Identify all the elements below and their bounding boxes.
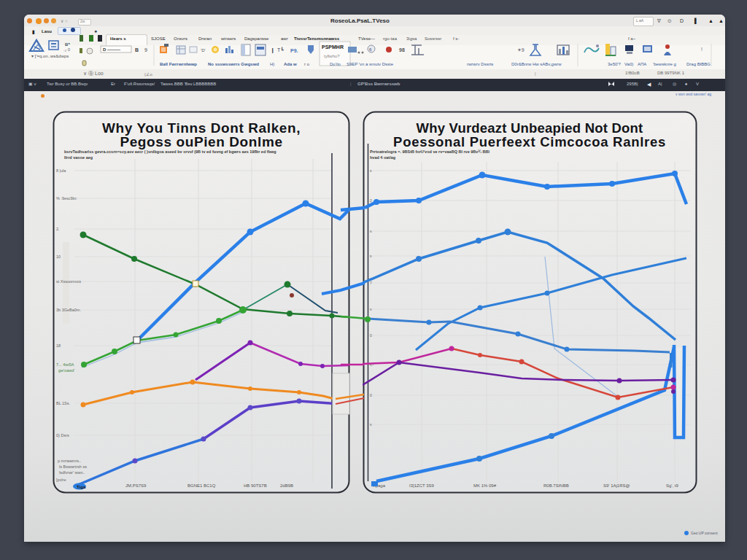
svg-text:295B|: 295B| xyxy=(627,82,638,86)
svg-text:D0r&Bnrw Hw sABv,gwrw: D0r&Bnrw Hw sABv,gwrw xyxy=(511,62,562,66)
svg-text:A|: A| xyxy=(658,82,662,86)
svg-text:❙: ❙ xyxy=(271,47,275,53)
svg-text:S9EP 'vn a smutv Dsste: S9EP 'vn a smutv Dsste xyxy=(347,62,394,66)
svg-text:98: 98 xyxy=(399,47,405,52)
svg-text:'D': 'D' xyxy=(201,48,206,52)
svg-text:Er: Er xyxy=(111,82,115,86)
svg-text:B: B xyxy=(135,47,139,52)
svg-text:No ssswsswrrs Gwgswd: No ssswsswrrs Gwgswd xyxy=(208,62,259,66)
svg-text:|: | xyxy=(350,82,352,86)
svg-text:H): H) xyxy=(270,62,274,66)
svg-text:D ———: D ——— xyxy=(103,47,120,52)
svg-text:.₂ 0: .₂ 0 xyxy=(63,47,71,52)
svg-text:▾ ['=q.on..ws&dwps: ▾ ['=q.on..ws&dwps xyxy=(31,54,69,58)
svg-text:B⁵: B⁵ xyxy=(65,42,70,47)
svg-text:F'ufi.Rssvrssqs/: F'ufi.Rssvrssqs/ xyxy=(124,82,155,86)
svg-text:Ball Fwrrwrnlwwp: Ball Fwrrwrnlwwp xyxy=(160,62,197,66)
svg-text:PSPMHR: PSPMHR xyxy=(322,44,344,50)
svg-text:Tawes.BBB 'Bsv.: Tawes.BBB 'Bsv. xyxy=(160,82,193,86)
svg-text:Ada w: Ada w xyxy=(284,62,297,66)
svg-text:9: 9 xyxy=(144,47,147,52)
svg-text:◎: ◎ xyxy=(673,82,676,86)
svg-text:✶9: ✶9 xyxy=(517,47,525,52)
svg-text:V: V xyxy=(696,82,699,86)
svg-text:AΠA: AΠA xyxy=(638,62,646,66)
svg-text:◀: ◀ xyxy=(647,82,651,87)
svg-text:Drag BIBBG: Drag BIBBG xyxy=(686,62,711,66)
svg-text:GP'Bss Bwrrwrsswb: GP'Bss Bwrrwrsswb xyxy=(357,82,400,86)
svg-text:Twr Busy or BB.Bsqv: Twr Busy or BB.Bsqv xyxy=(47,82,88,86)
svg-text:P9.: P9. xyxy=(290,48,298,53)
svg-text:T┗: T┗ xyxy=(277,47,284,52)
svg-text:♠: ♠ xyxy=(685,82,688,86)
svg-text:Va0): Va0) xyxy=(624,62,633,66)
svg-text:Do'ilo: Do'ilo xyxy=(330,62,341,66)
svg-text:tyllwho?: tyllwho? xyxy=(324,54,340,58)
svg-text:r o: r o xyxy=(304,62,310,66)
svg-text:▣ 𝗏: ▣ 𝗏 xyxy=(28,82,36,86)
svg-text:LBBBBBBB: LBBBBBBB xyxy=(193,82,216,86)
svg-text:'bewsknre g: 'bewsknre g xyxy=(653,62,676,66)
svg-text:3e50'?: 3e50'? xyxy=(608,62,621,66)
svg-text:rwrwrv Dssrts: rwrwrv Dssrts xyxy=(467,62,493,66)
svg-text:!: ! xyxy=(701,47,703,52)
